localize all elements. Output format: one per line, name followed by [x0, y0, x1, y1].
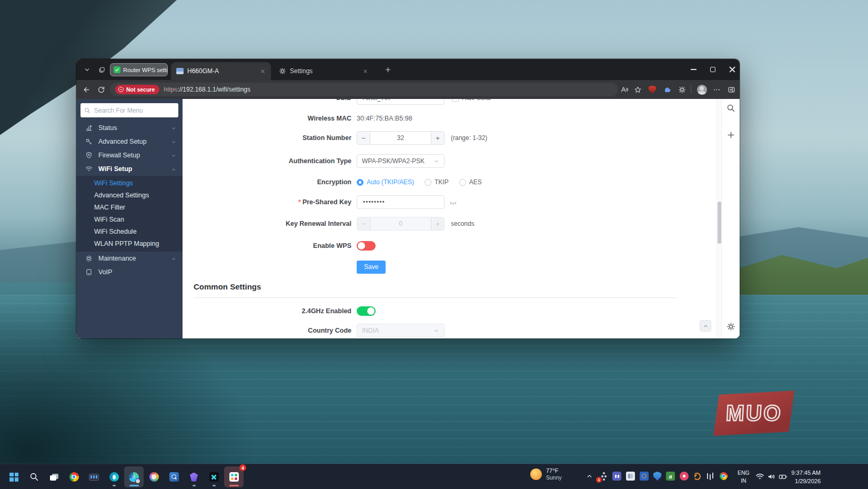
sidebar-item-maintenance[interactable]: Maintenance: [76, 252, 183, 265]
workspaces-icon[interactable]: [95, 63, 108, 76]
wifi-status-icon[interactable]: [755, 472, 765, 482]
paint-palette-icon: [149, 472, 159, 482]
hidden-icons-chevron[interactable]: [585, 472, 594, 481]
not-secure-badge[interactable]: Not secure: [115, 85, 159, 94]
tray-flower-app-icon[interactable]: [680, 472, 689, 481]
radio-dot[interactable]: [459, 179, 466, 186]
tab-close-icon[interactable]: [258, 67, 267, 75]
profile-avatar[interactable]: [695, 83, 709, 96]
sidebar-item-wifi-schedule[interactable]: WiFi Schedule: [76, 226, 183, 238]
keyboard-app-button[interactable]: [84, 466, 104, 487]
volume-mixer-icon[interactable]: [705, 472, 714, 481]
tab-settings[interactable]: Settings: [274, 62, 374, 80]
obsidian-button[interactable]: [184, 466, 204, 487]
tray-dots-app-icon[interactable]: 1: [599, 472, 608, 481]
more-menu-icon[interactable]: [710, 83, 723, 96]
tab-h660gm-a[interactable]: H660GM-A: [171, 62, 271, 80]
sidebar-item-wifi-setup[interactable]: WiFi Setup: [76, 162, 183, 176]
scroll-to-top-button[interactable]: [700, 320, 711, 332]
weather-widget[interactable]: 77°F Sunny: [530, 467, 562, 481]
page-scrollbar[interactable]: [716, 99, 721, 338]
sidebar-item-advanced-settings[interactable]: Advanced Settings: [76, 189, 183, 202]
read-aloud-icon[interactable]: [617, 83, 631, 96]
window-minimize-button[interactable]: [683, 59, 703, 80]
sidebar-search-icon[interactable]: [726, 104, 735, 113]
stepper-plus-button: +: [431, 217, 444, 230]
phone-link-button[interactable]: [104, 466, 124, 487]
radio-auto-tkip-aes[interactable]: Auto (TKIP/AES): [357, 178, 414, 186]
start-button[interactable]: [4, 466, 24, 487]
required-asterisk: *: [298, 198, 301, 206]
paint-button[interactable]: [144, 466, 164, 487]
pre-shared-key-input[interactable]: [362, 198, 439, 206]
authentication-type-label: Authentication Type: [289, 154, 351, 168]
favorite-star-icon[interactable]: [631, 83, 644, 96]
stepper-minus-button[interactable]: −: [357, 132, 370, 144]
encryption-row: Encryption Auto (TKIP/AES) TKIP AES: [183, 175, 716, 189]
sidebar-item-advanced-setup[interactable]: Advanced Setup: [76, 135, 183, 148]
ublock-extension-icon[interactable]: [645, 83, 659, 96]
chevron-down-icon: [171, 153, 176, 158]
tab-router-wps-setting[interactable]: Router WPS setting: [110, 63, 168, 76]
tray-chrome-icon[interactable]: [719, 472, 728, 481]
station-number-value[interactable]: 32: [370, 134, 431, 142]
slack-button-active[interactable]: 4: [224, 466, 244, 487]
tray-id-card-icon[interactable]: [626, 472, 635, 481]
tab-close-icon[interactable]: [361, 67, 369, 75]
sidebar-settings-gear-icon[interactable]: [726, 322, 735, 331]
ssid-input[interactable]: [362, 99, 439, 102]
tray-sync-icon[interactable]: [693, 473, 701, 480]
sidebar-item-status[interactable]: Status: [76, 121, 183, 135]
enable-wps-toggle-off[interactable]: [357, 241, 376, 251]
sidebar-item-firewall-setup[interactable]: Firewall Setup: [76, 148, 183, 162]
speaker-icon[interactable]: [767, 472, 776, 482]
tray-a-app-icon[interactable]: a: [666, 472, 675, 481]
band-enabled-toggle-on[interactable]: [357, 306, 376, 316]
sidebar-item-voip[interactable]: VoIP: [76, 265, 183, 279]
hide-ssid-checkbox[interactable]: Hide SSID: [452, 99, 491, 105]
toggle-knob: [367, 307, 375, 315]
refresh-icon[interactable]: [94, 83, 108, 96]
sidebar-panel-icon[interactable]: [724, 83, 738, 96]
authentication-type-select[interactable]: WPA-PSK/WPA2-PSK: [357, 154, 445, 168]
checkbox-box[interactable]: [452, 99, 459, 102]
save-button[interactable]: Save: [357, 261, 386, 274]
tab-search-chevron-icon[interactable]: [80, 63, 93, 76]
sidebar-add-icon[interactable]: [726, 131, 735, 139]
language-indicator[interactable]: ENG IN: [738, 469, 750, 485]
station-number-label: Station Number: [302, 131, 351, 145]
key-renewal-row: Key Renewal Interval − 0 + seconds: [183, 217, 716, 231]
sidebar-item-wlan-pptp-mapping[interactable]: WLAN PPTP Mapping: [76, 238, 183, 250]
radio-dot[interactable]: [357, 179, 364, 186]
stepper-plus-button[interactable]: +: [431, 132, 444, 144]
window-close-button[interactable]: [722, 59, 740, 80]
photo-viewer-button[interactable]: [164, 466, 184, 487]
clock-widget[interactable]: 9:37:45 AM 1/29/2026: [783, 468, 821, 485]
show-password-eye-icon[interactable]: [449, 198, 458, 206]
tab-title: Router WPS setting: [123, 67, 168, 73]
browser-essentials-icon[interactable]: [675, 83, 689, 96]
sidebar-item-mac-filter[interactable]: MAC Filter: [76, 202, 183, 214]
back-icon[interactable]: [79, 83, 93, 96]
chrome-button[interactable]: [64, 466, 84, 487]
extensions-puzzle-icon[interactable]: [660, 83, 674, 96]
sidebar-item-wifi-settings[interactable]: WiFi Settings: [76, 177, 183, 189]
sidebar-item-wifi-scan[interactable]: WiFi Scan: [76, 214, 183, 226]
radio-aes[interactable]: AES: [459, 178, 482, 186]
radio-dot[interactable]: [425, 179, 431, 186]
taskbar-search-button[interactable]: [24, 466, 44, 487]
new-tab-icon[interactable]: [381, 63, 394, 76]
tray-search-window-icon[interactable]: [640, 472, 649, 481]
sidebar-search-input[interactable]: [93, 106, 175, 115]
task-view-button[interactable]: [44, 466, 64, 487]
address-bar[interactable]: Not secure https://192.168.1.1/wifi/sett…: [110, 83, 618, 96]
radio-tkip[interactable]: TKIP: [425, 178, 449, 186]
tray-quote-app-icon[interactable]: [612, 472, 621, 481]
enable-wps-label: Enable WPS: [313, 239, 351, 253]
dark-app-button[interactable]: [204, 466, 224, 487]
edge-button-active[interactable]: [124, 466, 144, 487]
sidebar-search-box[interactable]: [80, 103, 178, 117]
window-maximize-button[interactable]: [703, 59, 723, 80]
windows-security-shield-icon[interactable]: [653, 472, 661, 481]
scrollbar-thumb[interactable]: [718, 202, 721, 244]
